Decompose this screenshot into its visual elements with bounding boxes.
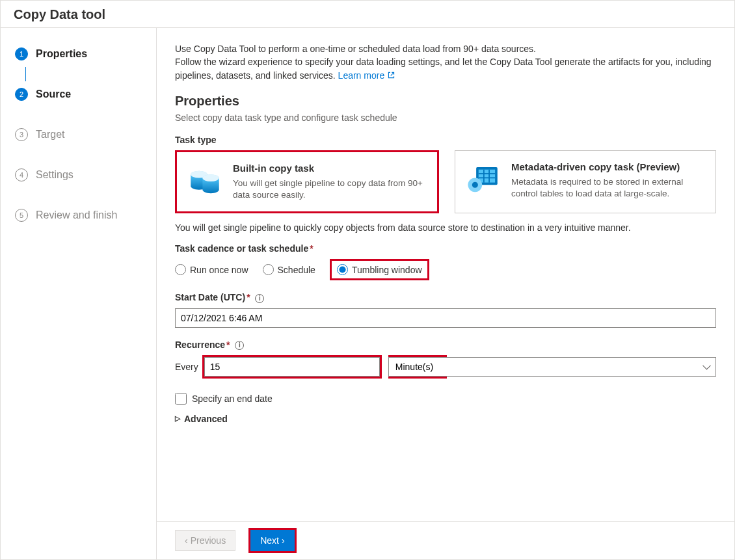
svg-rect-5 [479, 170, 495, 183]
end-date-checkbox-row: Specify an end date [175, 393, 716, 405]
radio-schedule[interactable]: Schedule [263, 264, 315, 275]
card-metadata-driven[interactable]: Metadata-driven copy task (Preview) Meta… [455, 150, 716, 213]
chevron-right-icon: › [282, 535, 285, 546]
card-metadata-title: Metadata-driven copy task (Preview) [511, 161, 704, 172]
end-date-label: Specify an end date [192, 393, 273, 404]
radio-run-once[interactable]: Run once now [175, 264, 248, 275]
title-bar: Copy Data tool [1, 1, 734, 28]
recurrence-label: Recurrence* i [175, 340, 716, 350]
start-date-label: Start Date (UTC)* i [175, 292, 716, 302]
next-button[interactable]: Next › [250, 530, 294, 551]
metadata-icon [464, 161, 502, 199]
svg-point-3 [202, 174, 219, 181]
intro-text: Use Copy Data Tool to perform a one-time… [175, 42, 716, 82]
step-target: 3 Target [10, 122, 156, 148]
radio-tumbling-window[interactable]: Tumbling window [330, 259, 429, 280]
selected-task-desc: You will get single pipeline to quickly … [175, 222, 716, 233]
cadence-label: Task cadence or task schedule* [175, 243, 716, 254]
learn-more-link[interactable]: Learn more [338, 70, 395, 81]
main-content: Use Copy Data Tool to perform a one-time… [157, 28, 734, 521]
wizard-steps-sidebar: 1 Properties 2 Source 3 Target 4 Setting… [1, 28, 157, 559]
advanced-toggle[interactable]: ▷ Advanced [175, 414, 716, 424]
recurrence-value-input[interactable] [204, 357, 380, 377]
card-builtin-copy[interactable]: Built-in copy task You will get single p… [175, 150, 439, 213]
task-type-label: Task type [175, 135, 716, 145]
every-label: Every [175, 362, 198, 372]
info-icon[interactable]: i [235, 341, 244, 350]
step-connector [25, 67, 26, 81]
recurrence-unit-select[interactable]: Minute(s) [388, 357, 716, 377]
previous-button: ‹ Previous [175, 530, 235, 551]
cadence-radio-group: Run once now Schedule Tumbling window [175, 259, 716, 280]
card-builtin-title: Built-in copy task [233, 163, 425, 174]
wizard-footer: ‹ Previous Next › [157, 521, 734, 559]
window-title: Copy Data tool [14, 7, 105, 21]
info-icon[interactable]: i [255, 294, 264, 303]
step-review: 5 Review and finish [10, 202, 156, 228]
svg-point-11 [472, 182, 478, 188]
start-date-input[interactable] [175, 308, 716, 328]
end-date-checkbox[interactable] [175, 393, 187, 405]
card-builtin-desc: You will get single pipeline to copy dat… [233, 178, 425, 201]
chevron-left-icon: ‹ [185, 535, 188, 546]
step-settings: 4 Settings [10, 162, 156, 188]
step-source[interactable]: 2 Source [10, 81, 156, 107]
external-link-icon [387, 71, 395, 79]
card-metadata-desc: Metadata is required to be stored in ext… [511, 176, 704, 200]
chevron-right-icon: ▷ [175, 414, 180, 423]
recurrence-row: Every Minute(s) Minute(s) [175, 355, 716, 379]
section-subtext: Select copy data task type and configure… [175, 113, 716, 123]
section-heading: Properties [175, 94, 716, 109]
task-type-cards: Built-in copy task You will get single p… [175, 150, 716, 213]
app-window: Copy Data tool 1 Properties 2 Source 3 T… [0, 0, 735, 560]
step-properties[interactable]: 1 Properties [10, 41, 156, 67]
database-icon [186, 163, 224, 200]
